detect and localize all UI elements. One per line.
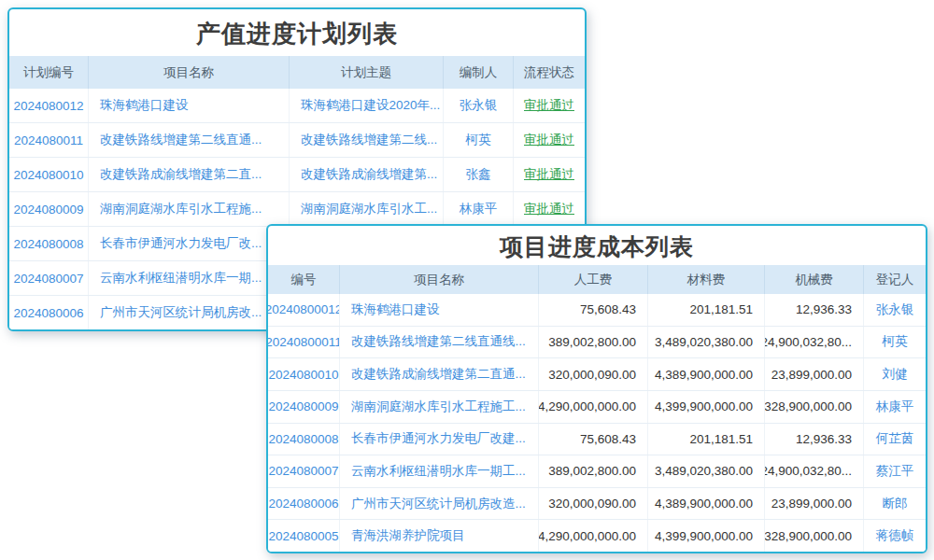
labor-cost-cell: 320,000,090.00 [539,488,648,520]
plan-id-cell[interactable]: 2024080007 [9,261,89,295]
project-name-cell[interactable]: 青海洪湖养护院项目 [340,520,539,552]
cost-id-cell[interactable]: 20240800011 [268,327,340,358]
table-row: 2024080010改建铁路成渝线增建第二直通...320,000,090.00… [268,358,926,391]
plan-id-cell[interactable]: 2024080011 [9,123,89,157]
table-row: 2024080008长春市伊通河水力发电厂改建...75,608.43201,1… [268,424,926,456]
cost-column-header-4: 机械费 [765,265,864,294]
material-cost-cell: 4,389,900,000.00 [648,488,765,520]
project-name-cell[interactable]: 改建铁路成渝线增建第二直... [89,158,290,191]
project-name-cell[interactable]: 改建铁路线增建第二线直通线... [340,327,539,358]
registrant-cell: 蔡江平 [864,455,926,487]
plan-column-header-2: 计划主题 [290,56,444,89]
plan-table-header: 计划编号项目名称计划主题编制人流程状态 [9,56,585,89]
project-name-cell[interactable]: 改建铁路成渝线增建第二直通... [340,358,539,390]
project-name-cell[interactable]: 云南水利枢纽潜明水库一期... [89,261,290,295]
labor-cost-cell: 389,002,800.00 [539,327,648,358]
status-link[interactable]: 审批通过 [514,89,585,122]
material-cost-cell: 4,399,900,000.00 [648,520,765,552]
registrant-cell: 断郎 [864,488,926,520]
project-name-cell[interactable]: 湖南洞庭湖水库引水工程施... [89,192,290,226]
labor-cost-cell: 75,608.43 [539,294,648,326]
plan-id-cell[interactable]: 2024080012 [9,89,89,122]
table-row: 2024080012珠海鹤港口建设珠海鹤港口建设2020年...张永银审批通过 [9,89,585,123]
plan-subject-cell[interactable]: 改建铁路线增建第二线... [290,123,444,157]
material-cost-cell: 201,181.51 [648,294,765,326]
labor-cost-cell: 389,002,800.00 [539,455,648,487]
project-name-cell[interactable]: 广州市天河区统计局机房改造... [340,488,539,520]
cost-id-cell[interactable]: 2024080008 [268,424,340,455]
project-name-cell[interactable]: 云南水利枢纽潜明水库一期工... [340,455,539,487]
machine-cost-cell: 328,900,000.00 [765,520,864,552]
project-name-cell[interactable]: 长春市伊通河水力发电厂改建... [340,424,539,455]
project-name-cell[interactable]: 珠海鹤港口建设 [89,89,290,122]
cost-column-header-2: 人工费 [539,265,648,294]
compiler-cell: 柯英 [444,123,514,157]
cost-table-body: 20240800012珠海鹤港口建设75,608.43201,181.5112,… [268,294,926,552]
plan-column-header-0: 计划编号 [9,56,89,89]
cost-id-cell[interactable]: 20240800012 [268,294,340,326]
plan-column-header-1: 项目名称 [89,56,290,89]
table-row: 2024080006广州市天河区统计局机房改造...320,000,090.00… [268,488,926,521]
plan-subject-cell[interactable]: 珠海鹤港口建设2020年... [290,89,444,122]
labor-cost-cell: 4,290,000,000.00 [539,520,648,552]
cost-id-cell[interactable]: 2024080006 [268,488,340,520]
table-row: 2024080007云南水利枢纽潜明水库一期工...389,002,800.00… [268,455,926,488]
labor-cost-cell: 75,608.43 [539,424,648,455]
cost-list-card: 项目进度成本列表 编号项目名称人工费材料费机械费登记人 20240800012珠… [266,224,927,553]
table-row: 2024080010改建铁路成渝线增建第二直...改建铁路成渝线增建第...张鑫… [9,158,585,192]
cost-column-header-1: 项目名称 [340,265,539,294]
material-cost-cell: 4,399,900,000.00 [648,391,765,423]
registrant-cell: 林康平 [864,391,926,423]
registrant-cell: 何芷茵 [864,424,926,455]
project-name-cell[interactable]: 改建铁路线增建第二线直通... [89,123,290,157]
machine-cost-cell: 328,900,000.00 [765,391,864,423]
cost-column-header-5: 登记人 [864,265,926,294]
cost-id-cell[interactable]: 2024080010 [268,358,340,390]
compiler-cell: 张永银 [444,89,514,122]
plan-id-cell[interactable]: 2024080009 [9,192,89,226]
table-row: 20240800011改建铁路线增建第二线直通线...389,002,800.0… [268,327,926,359]
machine-cost-cell: 24,900,032,80... [765,455,864,487]
table-row: 2024080009湖南洞庭湖水库引水工程施工...4,290,000,000.… [268,391,926,424]
plan-id-cell[interactable]: 2024080006 [9,296,89,329]
project-name-cell[interactable]: 广州市天河区统计局机房改... [89,296,290,329]
cost-list-title: 项目进度成本列表 [268,226,926,265]
plan-column-header-4: 流程状态 [514,56,585,89]
labor-cost-cell: 320,000,090.00 [539,358,648,390]
status-link[interactable]: 审批通过 [514,158,585,191]
cost-id-cell[interactable]: 2024080007 [268,455,340,487]
cost-table-header: 编号项目名称人工费材料费机械费登记人 [268,265,926,294]
project-name-cell[interactable]: 长春市伊通河水力发电厂改... [89,227,290,260]
compiler-cell: 张鑫 [444,158,514,191]
table-row: 2024080005青海洪湖养护院项目4,290,000,000.004,399… [268,520,926,552]
plan-list-title: 产值进度计划列表 [9,9,585,56]
plan-subject-cell[interactable]: 湖南洞庭湖水库引水工... [290,192,444,226]
material-cost-cell: 3,489,020,380.00 [648,455,765,487]
plan-column-header-3: 编制人 [444,56,514,89]
machine-cost-cell: 12,936.33 [765,424,864,455]
table-row: 2024080011改建铁路线增建第二线直通...改建铁路线增建第二线...柯英… [9,123,585,158]
cost-id-cell[interactable]: 2024080009 [268,391,340,423]
registrant-cell: 蒋德帧 [864,520,926,552]
registrant-cell: 张永银 [864,294,926,326]
machine-cost-cell: 12,936.33 [765,294,864,326]
material-cost-cell: 3,489,020,380.00 [648,327,765,358]
project-name-cell[interactable]: 珠海鹤港口建设 [340,294,539,326]
cost-id-cell[interactable]: 2024080005 [268,520,340,552]
status-link[interactable]: 审批通过 [514,192,585,226]
registrant-cell: 柯英 [864,327,926,358]
compiler-cell: 林康平 [444,192,514,226]
material-cost-cell: 4,389,900,000.00 [648,358,765,390]
machine-cost-cell: 23,899,000.00 [765,488,864,520]
table-row: 2024080009湖南洞庭湖水库引水工程施...湖南洞庭湖水库引水工...林康… [9,192,585,227]
status-link[interactable]: 审批通过 [514,123,585,157]
plan-id-cell[interactable]: 2024080008 [9,227,89,260]
project-name-cell[interactable]: 湖南洞庭湖水库引水工程施工... [340,391,539,423]
labor-cost-cell: 4,290,000,000.00 [539,391,648,423]
registrant-cell: 刘健 [864,358,926,390]
plan-id-cell[interactable]: 2024080010 [9,158,89,191]
plan-subject-cell[interactable]: 改建铁路成渝线增建第... [290,158,444,191]
cost-column-header-0: 编号 [268,265,340,294]
cost-column-header-3: 材料费 [648,265,765,294]
machine-cost-cell: 23,899,000.00 [765,358,864,390]
